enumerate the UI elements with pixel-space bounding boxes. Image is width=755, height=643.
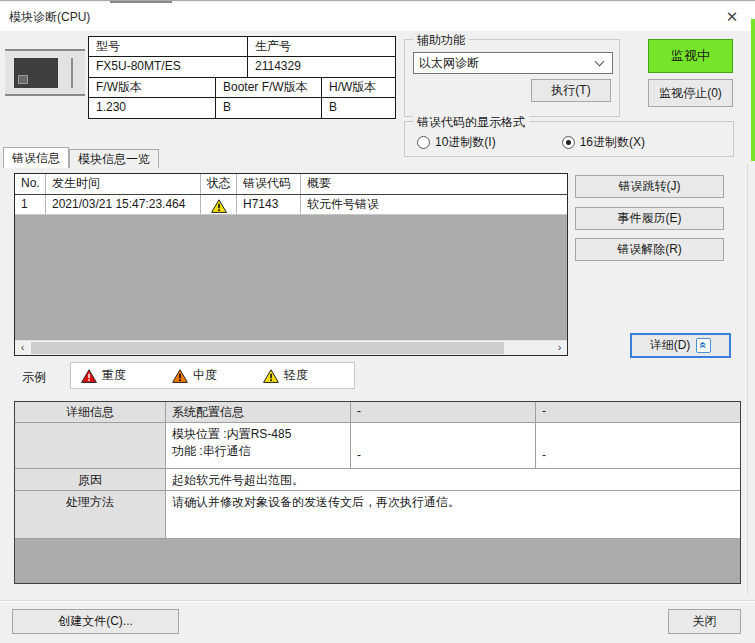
col-header-status: 状态 [201, 174, 237, 194]
booter-version-label: Booter F/W版本 [216, 78, 322, 98]
legend-severe-label: 重度 [102, 367, 126, 384]
radio-circle-icon [417, 136, 430, 149]
action-text: 请确认并修改对象设备的发送传文后，再次执行通信。 [166, 491, 740, 538]
radio-circle-selected-icon [562, 136, 575, 149]
legend-moderate-label: 中度 [193, 367, 217, 384]
dash-cell: - [536, 423, 740, 468]
aux-function-dropdown[interactable]: 以太网诊断 [413, 52, 613, 74]
radio-decimal[interactable]: 10进制数(I) [417, 134, 496, 151]
error-detail-table: 详细信息 系统配置信息 - - 模块位置 :内置RS-485 功能 :串行通信 … [14, 401, 741, 584]
error-no: 1 [15, 195, 46, 215]
close-icon[interactable]: ✕ [717, 5, 747, 29]
error-list-table: No. 发生时间 状态 错误代码 概要 1 2021/03/21 15:47:2… [14, 173, 568, 356]
aux-function-group: 辅助功能 以太网诊断 执行(T) [404, 39, 620, 117]
monitoring-status-button[interactable]: 监视中 [648, 39, 733, 73]
module-image [5, 49, 85, 96]
detail-row-cause: 原因 起始软元件号超出范围。 [15, 469, 740, 491]
error-code-format-label: 错误代码的显示格式 [413, 114, 529, 131]
error-jump-button[interactable]: 错误跳转(J) [575, 175, 724, 198]
error-code: H7143 [237, 195, 301, 215]
detail-toggle-button[interactable]: 详细(D) « [630, 333, 731, 358]
background-window-sliver [751, 19, 755, 161]
tab-error-info[interactable]: 错误信息 [3, 147, 69, 168]
system-config-cell: 系统配置信息 [166, 402, 351, 422]
monitor-stop-button[interactable]: 监视停止(0) [648, 79, 733, 107]
model-label: 型号 [89, 37, 248, 57]
dash-cell: - [536, 402, 740, 422]
hw-version-label: H/W版本 [322, 78, 395, 98]
serial-value: 2114329 [248, 57, 395, 77]
radio-hexadecimal[interactable]: 16进制数(X) [562, 134, 645, 151]
warning-minor-icon [263, 369, 279, 383]
create-file-button[interactable]: 创建文件(C)... [12, 609, 179, 634]
tab-bar: 错误信息 模块信息一览 [3, 147, 159, 168]
error-time: 2021/03/21 15:47:23.464 [46, 195, 201, 215]
module-position-cell: 模块位置 :内置RS-485 功能 :串行通信 [166, 423, 351, 468]
window-title: 模块诊断(CPU) [9, 9, 90, 26]
col-header-time: 发生时间 [46, 174, 201, 194]
module-slot-graphic [71, 58, 73, 88]
legend-minor-label: 轻度 [284, 367, 308, 384]
detail-row-action: 处理方法 请确认并修改对象设备的发送传文后，再次执行通信。 [15, 491, 740, 539]
fw-version-label: F/W版本 [89, 78, 216, 98]
detail-table-empty-area [15, 539, 740, 583]
module-function-line: 功能 :串行通信 [172, 443, 344, 460]
cause-text: 起始软元件号超出范围。 [166, 469, 740, 490]
legend-item-severe: 重度 [81, 367, 126, 384]
module-body-graphic [14, 58, 58, 88]
error-table-empty-area [15, 215, 567, 340]
cause-header: 原因 [15, 469, 166, 490]
radio-hexadecimal-label: 16进制数(X) [580, 134, 645, 151]
aux-function-selected: 以太网诊断 [414, 55, 596, 72]
module-info-table: 型号 生产号 FX5U-80MT/ES 2114329 F/W版本 Booter… [88, 36, 396, 119]
footer-divider [0, 600, 755, 602]
event-history-button[interactable]: 事件履历(E) [575, 207, 724, 230]
severity-legend: 重度 中度 轻度 [70, 362, 355, 389]
serial-label: 生产号 [248, 37, 395, 57]
title-bar: 模块诊断(CPU) ✕ [0, 2, 755, 31]
fw-version-value: 1.230 [89, 98, 216, 118]
scrollbar-thumb[interactable] [31, 342, 504, 354]
col-header-no: No. [15, 174, 46, 194]
col-header-code: 错误代码 [237, 174, 301, 194]
detail-button-label: 详细(D) [650, 337, 691, 354]
warning-minor-icon [211, 199, 227, 213]
background-window-artifact [110, 1, 172, 3]
warning-severe-icon [81, 369, 97, 383]
booter-version-value: B [216, 98, 322, 118]
detail-row-system: 详细信息 系统配置信息 - - [15, 402, 740, 423]
hw-version-value: B [322, 98, 395, 118]
error-code-format-group: 错误代码的显示格式 10进制数(I) 16进制数(X) [404, 121, 734, 157]
detail-info-header-cont [15, 423, 166, 468]
scroll-left-icon[interactable]: ‹ [15, 341, 30, 355]
collapse-chevron-icon: « [696, 338, 711, 353]
error-summary: 软元件号错误 [301, 195, 567, 215]
model-value: FX5U-80MT/ES [89, 57, 248, 77]
scroll-right-icon[interactable]: › [552, 341, 567, 355]
detail-info-header: 详细信息 [15, 402, 166, 422]
tab-module-info-list[interactable]: 模块信息一览 [69, 149, 159, 168]
error-status-cell [201, 195, 237, 215]
warning-moderate-icon [172, 369, 188, 383]
close-dialog-button[interactable]: 关闭 [668, 609, 741, 634]
legend-item-moderate: 中度 [172, 367, 217, 384]
dash-cell: - [351, 423, 536, 468]
execute-button[interactable]: 执行(T) [531, 79, 611, 102]
legend-item-minor: 轻度 [263, 367, 308, 384]
action-header: 处理方法 [15, 491, 166, 538]
table-row[interactable]: 1 2021/03/21 15:47:23.464 H7143 软元件号错误 [15, 195, 567, 215]
horizontal-scrollbar[interactable]: ‹ › [15, 340, 567, 355]
module-diagnostics-window: 模块诊断(CPU) ✕ 型号 生产号 FX5U-80MT/ES 2114329 … [0, 0, 755, 643]
module-position-line: 模块位置 :内置RS-485 [172, 426, 344, 443]
module-port-graphic [18, 75, 28, 84]
error-table-header: No. 发生时间 状态 错误代码 概要 [15, 174, 567, 195]
aux-function-label: 辅助功能 [413, 32, 469, 49]
legend-label: 示例 [22, 369, 46, 386]
dash-cell: - [351, 402, 536, 422]
chevron-down-icon [595, 57, 605, 67]
detail-row-module: 模块位置 :内置RS-485 功能 :串行通信 - - [15, 423, 740, 469]
background-window-edge [747, 164, 748, 594]
col-header-summary: 概要 [301, 174, 567, 194]
radio-decimal-label: 10进制数(I) [435, 134, 496, 151]
error-clear-button[interactable]: 错误解除(R) [575, 238, 724, 261]
